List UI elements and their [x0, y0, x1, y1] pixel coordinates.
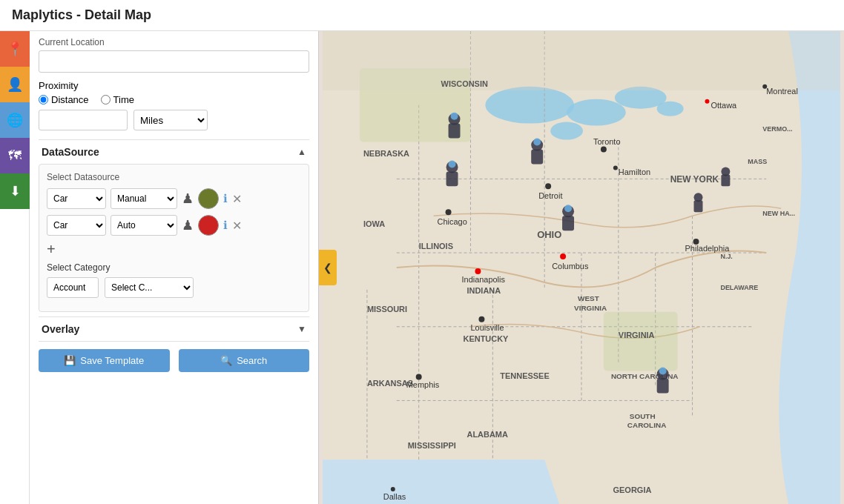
- svg-point-93: [659, 368, 667, 375]
- select-category-label: Select Category: [47, 262, 301, 273]
- datasource-row-2: CarTruckVan AutoManual ♟ ℹ ✕: [47, 215, 301, 236]
- svg-text:Memphis: Memphis: [406, 380, 440, 389]
- current-location-label: Current Location: [39, 37, 309, 47]
- svg-text:OHIO: OHIO: [537, 229, 561, 240]
- distance-radio-label[interactable]: Distance: [39, 94, 89, 105]
- svg-text:INDIANA: INDIANA: [466, 286, 501, 295]
- svg-point-7: [567, 99, 626, 126]
- svg-text:Louisville: Louisville: [470, 323, 504, 332]
- svg-text:Columbus: Columbus: [552, 262, 589, 271]
- svg-rect-78: [446, 171, 458, 186]
- ds1-color-circle[interactable]: [198, 188, 219, 209]
- toggle-panel-button[interactable]: ❮: [319, 250, 337, 285]
- datasource-chevron-icon: ▲: [297, 147, 306, 157]
- overlay-chevron-icon: ▼: [297, 324, 306, 334]
- svg-text:VIRGINIA: VIRGINIA: [619, 331, 655, 339]
- sidebar-icon-map[interactable]: 🗺: [0, 138, 30, 173]
- ds2-info-icon[interactable]: ℹ: [223, 219, 228, 232]
- save-template-button[interactable]: 💾 Save Template: [39, 349, 170, 372]
- svg-text:Montreal: Montreal: [766, 87, 798, 96]
- svg-point-73: [391, 487, 395, 491]
- svg-text:ILLINOIS: ILLINOIS: [419, 242, 453, 251]
- svg-point-59: [478, 316, 484, 322]
- svg-text:IOWA: IOWA: [363, 219, 385, 228]
- svg-text:N.J.: N.J.: [720, 253, 732, 260]
- sidebar-icon-person[interactable]: 👤: [0, 67, 30, 102]
- datasource-box: Select Datasource CarTruckVan ManualAuto…: [39, 164, 309, 312]
- svg-text:ALABAMA: ALABAMA: [466, 430, 507, 439]
- datasource-title: DataSource: [42, 146, 99, 158]
- ds2-color-circle[interactable]: [198, 215, 219, 236]
- svg-text:NEW HA...: NEW HA...: [762, 210, 795, 217]
- sidebar-icon-globe[interactable]: 🌐: [0, 102, 30, 138]
- svg-point-61: [416, 374, 422, 380]
- category-select[interactable]: Select C... Category 1 Category 2: [105, 277, 194, 298]
- svg-rect-25: [604, 312, 678, 371]
- svg-text:Toronto: Toronto: [593, 137, 621, 146]
- svg-point-6: [485, 87, 574, 124]
- overlay-section-header[interactable]: Overlay ▼: [39, 316, 309, 341]
- ds1-person-icon: ♟: [182, 190, 194, 207]
- svg-rect-84: [562, 216, 574, 231]
- datasource-section-header[interactable]: DataSource ▲: [39, 139, 309, 164]
- svg-text:TENNESSEE: TENNESSEE: [500, 371, 549, 380]
- ds1-info-icon[interactable]: ℹ: [223, 192, 228, 205]
- svg-point-77: [451, 113, 458, 120]
- svg-text:DELAWARE: DELAWARE: [720, 284, 758, 291]
- svg-point-65: [613, 165, 618, 170]
- svg-point-63: [601, 147, 607, 153]
- svg-point-10: [657, 102, 684, 116]
- location-input[interactable]: [39, 50, 309, 73]
- select-datasource-label: Select Datasource: [47, 172, 301, 182]
- svg-point-57: [560, 253, 566, 259]
- bottom-buttons: 💾 Save Template 🔍 Search: [39, 341, 309, 375]
- proximity-label: Proximity: [39, 80, 309, 91]
- overlay-title: Overlay: [42, 323, 79, 335]
- search-button[interactable]: 🔍 Search: [179, 349, 310, 372]
- svg-rect-91: [657, 379, 669, 394]
- distance-input[interactable]: [39, 110, 128, 130]
- svg-rect-81: [531, 150, 543, 165]
- svg-text:Dallas: Dallas: [383, 492, 406, 501]
- add-datasource-button[interactable]: +: [47, 242, 56, 256]
- svg-text:KENTUCKY: KENTUCKY: [464, 334, 510, 343]
- svg-text:WEST: WEST: [578, 294, 599, 302]
- ds2-type-select[interactable]: CarTruckVan: [47, 215, 106, 236]
- sidebar-icon-download[interactable]: ⬇: [0, 173, 30, 209]
- svg-text:NEW YORK: NEW YORK: [670, 174, 719, 185]
- ds1-close-icon[interactable]: ✕: [232, 192, 242, 206]
- ds2-mode-select[interactable]: AutoManual: [111, 215, 177, 236]
- svg-text:SOUTH: SOUTH: [630, 412, 656, 420]
- sidebar-icon-location[interactable]: 📍: [0, 31, 30, 67]
- save-icon: 💾: [64, 355, 76, 366]
- account-label: Account: [47, 277, 99, 298]
- svg-text:WISCONSIN: WISCONSIN: [441, 79, 488, 88]
- distance-radio[interactable]: [39, 95, 48, 105]
- category-row: Account Select C... Category 1 Category …: [47, 277, 301, 298]
- time-radio[interactable]: [101, 95, 111, 105]
- miles-select[interactable]: Miles Km: [133, 110, 208, 130]
- ds1-mode-select[interactable]: ManualAuto: [111, 188, 177, 209]
- svg-rect-75: [449, 124, 461, 139]
- svg-text:Indianapolis: Indianapolis: [462, 275, 506, 284]
- svg-point-90: [721, 167, 730, 176]
- map-area: ❮: [319, 31, 844, 504]
- ds1-type-select[interactable]: CarTruckVan: [47, 188, 106, 209]
- title-bar: Maplytics - Detail Map: [0, 0, 844, 31]
- svg-point-88: [694, 193, 703, 202]
- svg-text:Ottawa: Ottawa: [711, 101, 737, 110]
- svg-point-80: [449, 160, 456, 168]
- svg-text:VIRGINIA: VIRGINIA: [574, 304, 607, 312]
- svg-rect-89: [721, 174, 730, 186]
- time-radio-label[interactable]: Time: [101, 94, 134, 105]
- ds2-person-icon: ♟: [182, 217, 194, 233]
- svg-text:Chicago: Chicago: [438, 217, 467, 226]
- svg-point-67: [705, 99, 709, 104]
- svg-text:MASS: MASS: [748, 158, 767, 165]
- svg-text:Detroit: Detroit: [538, 191, 562, 200]
- ds2-close-icon[interactable]: ✕: [232, 219, 242, 233]
- search-icon: 🔍: [220, 355, 232, 366]
- svg-text:MISSISSIPPI: MISSISSIPPI: [408, 441, 456, 450]
- svg-text:Philadelphia: Philadelphia: [685, 244, 731, 253]
- datasource-row-1: CarTruckVan ManualAuto ♟ ℹ ✕: [47, 188, 301, 209]
